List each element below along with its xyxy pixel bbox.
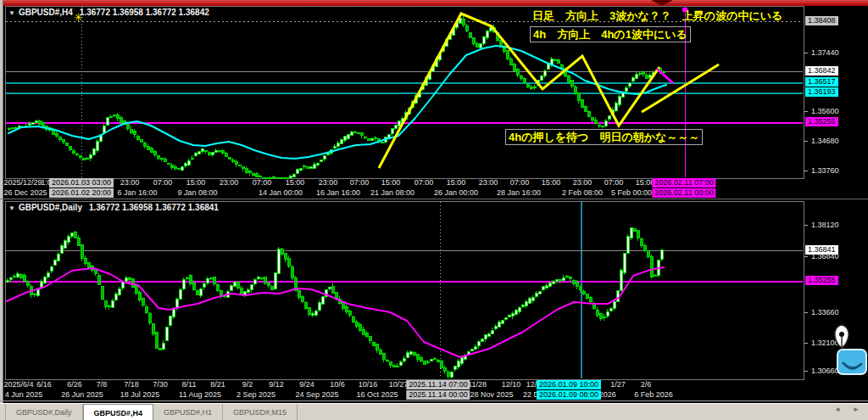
pen-cursor-icon (835, 325, 849, 348)
trading-terminal: ✳ ▼GBPUSD#,H41.36772 1.36958 1.36772 1.3… (0, 0, 868, 420)
blue-sticker-icon (837, 350, 866, 374)
overlay-layer (0, 0, 868, 420)
